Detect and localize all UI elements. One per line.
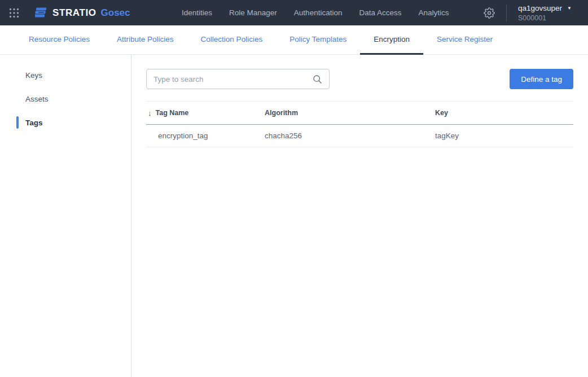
cell-key: tagKey bbox=[435, 131, 573, 140]
encryption-sidebar: Keys Assets Tags bbox=[0, 55, 131, 377]
sort-descending-icon[interactable]: ↓ bbox=[148, 109, 152, 117]
brand-product-name: Gosec bbox=[101, 7, 130, 19]
tab-policy-templates[interactable]: Policy Templates bbox=[276, 25, 360, 55]
sidebar-item-label: Keys bbox=[25, 71, 42, 80]
brand-name: STRATIO bbox=[52, 7, 96, 19]
sidebar-item-assets[interactable]: Assets bbox=[0, 87, 131, 111]
brand-logo[interactable]: STRATIO Gosec bbox=[35, 7, 130, 19]
user-name: qa1govsuper bbox=[518, 4, 562, 12]
sidebar-item-keys[interactable]: Keys bbox=[0, 63, 131, 87]
column-header-label: Tag Name bbox=[156, 109, 189, 117]
tags-panel: Define a tag ↓ Tag Name Algorithm Key en… bbox=[131, 55, 588, 377]
column-header-key[interactable]: Key bbox=[435, 109, 573, 117]
user-id: S000001 bbox=[518, 14, 579, 22]
tab-encryption[interactable]: Encryption bbox=[360, 25, 423, 55]
stratio-logo-icon bbox=[35, 7, 48, 18]
tab-resource-policies[interactable]: Resource Policies bbox=[15, 25, 103, 55]
section-tabbar: Resource Policies Attribute Policies Col… bbox=[0, 25, 588, 55]
tags-toolbar: Define a tag bbox=[146, 69, 573, 89]
sidebar-item-label: Tags bbox=[25, 119, 43, 127]
search-icon[interactable] bbox=[313, 74, 322, 84]
tab-collection-policies[interactable]: Collection Policies bbox=[187, 25, 277, 55]
primary-nav: Identities Role Manager Authentication D… bbox=[165, 8, 449, 17]
nav-item-identities[interactable]: Identities bbox=[182, 8, 212, 17]
define-a-tag-button[interactable]: Define a tag bbox=[510, 69, 573, 89]
apps-grid-icon[interactable] bbox=[8, 7, 20, 19]
nav-item-analytics[interactable]: Analytics bbox=[418, 8, 449, 17]
top-navbar: STRATIO Gosec Identities Role Manager Au… bbox=[0, 0, 588, 25]
search-input[interactable] bbox=[153, 75, 313, 84]
cell-tag-name: encryption_tag bbox=[146, 131, 265, 140]
cell-algorithm: chacha256 bbox=[265, 131, 435, 140]
sidebar-item-label: Assets bbox=[25, 95, 49, 103]
tab-service-register[interactable]: Service Register bbox=[423, 25, 506, 55]
navbar-divider bbox=[506, 5, 507, 21]
nav-item-role-manager[interactable]: Role Manager bbox=[229, 8, 277, 17]
table-body: encryption_tag chacha256 tagKey bbox=[146, 125, 573, 147]
search-box bbox=[146, 69, 330, 89]
content-area: Keys Assets Tags Define a tag bbox=[0, 55, 588, 377]
column-header-tag-name[interactable]: ↓ Tag Name bbox=[146, 109, 265, 117]
sidebar-item-tags[interactable]: Tags bbox=[0, 111, 131, 134]
table-header: ↓ Tag Name Algorithm Key bbox=[146, 101, 573, 125]
tags-table: ↓ Tag Name Algorithm Key encryption_tag … bbox=[146, 101, 573, 147]
nav-item-authentication[interactable]: Authentication bbox=[294, 8, 343, 17]
column-header-algorithm[interactable]: Algorithm bbox=[265, 109, 435, 117]
gear-icon[interactable] bbox=[484, 7, 495, 19]
table-row[interactable]: encryption_tag chacha256 tagKey bbox=[146, 125, 573, 147]
user-menu[interactable]: qa1govsuper ▼ S000001 bbox=[518, 4, 579, 22]
navbar-right: qa1govsuper ▼ S000001 bbox=[484, 4, 579, 22]
nav-item-data-access[interactable]: Data Access bbox=[359, 8, 401, 17]
tab-attribute-policies[interactable]: Attribute Policies bbox=[103, 25, 187, 55]
active-indicator-bar bbox=[16, 116, 19, 129]
chevron-down-icon: ▼ bbox=[567, 6, 572, 11]
